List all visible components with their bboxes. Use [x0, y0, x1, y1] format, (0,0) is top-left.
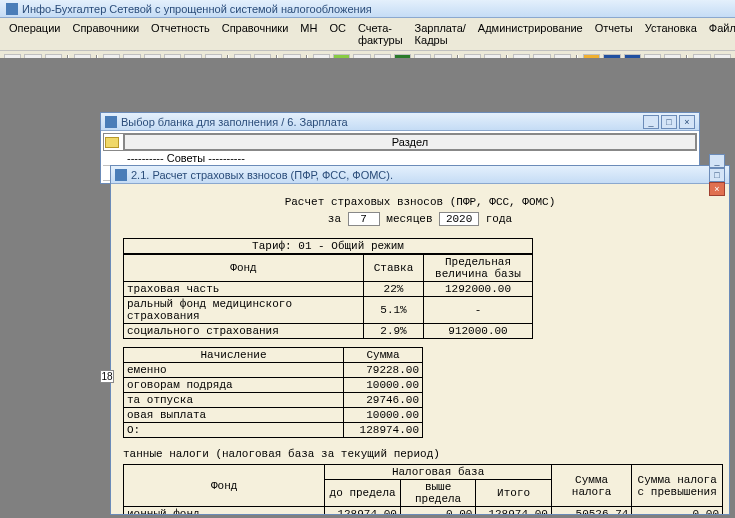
table-row: ионный фонд128974.000.00128974.0050526.7… — [124, 507, 723, 515]
th-sn: Сумма налога — [551, 465, 632, 507]
table-row: О:128974.00 — [124, 423, 423, 438]
document-body: Расчет страховых взносов (ПФР, ФСС, ФОМС… — [111, 184, 729, 514]
section-taxes-title: танные налоги (налоговая база за текущий… — [123, 448, 717, 460]
th-fund: Фонд — [124, 255, 364, 282]
window-calc-title: 2.1. Расчет страховых взносов (ПФР, ФСС,… — [131, 169, 393, 181]
th-sum: Сумма — [344, 348, 423, 363]
th-calc: Начисление — [124, 348, 344, 363]
column-header-razdel: Раздел — [124, 134, 696, 150]
window-blank-title: Выбор бланка для заполнения / 6. Зарплат… — [121, 116, 348, 128]
menu-operations[interactable]: Операции — [4, 20, 65, 48]
table-row: овая выплата10000.00 — [124, 408, 423, 423]
menu-zarplata[interactable]: Зарплата/Кадры — [410, 20, 471, 48]
th-do: до предела — [325, 480, 401, 507]
menu-os[interactable]: ОС — [324, 20, 351, 48]
th-it: Итого — [476, 480, 552, 507]
menu-scheta[interactable]: Счета-фактуры — [353, 20, 408, 48]
close-button[interactable]: × — [709, 182, 725, 196]
app-titlebar: Инфо-Бухгалтер Сетевой с упрощенной сист… — [0, 0, 735, 18]
folder-icon[interactable] — [105, 137, 119, 148]
list-row-tips[interactable]: ---------- Советы ---------- — [103, 151, 697, 166]
period-line: за месяцев года — [123, 212, 717, 226]
maximize-button[interactable]: □ — [661, 115, 677, 129]
menu-admin[interactable]: Администрирование — [473, 20, 588, 48]
month-input[interactable] — [348, 212, 380, 226]
window-blank-titlebar[interactable]: Выбор бланка для заполнения / 6. Зарплат… — [101, 113, 699, 131]
maximize-button[interactable]: □ — [709, 168, 725, 182]
mdi-workspace: Выбор бланка для заполнения / 6. Зарплат… — [0, 58, 735, 518]
th-vy: выше предела — [400, 480, 476, 507]
menubar: Операции Справочники Отчетность Справочн… — [0, 18, 735, 51]
th-limit: Предельная величина базы — [424, 255, 533, 282]
tarif-caption: Тариф: 01 - Общий режим — [123, 238, 533, 254]
tips-label: Советы — [167, 152, 205, 164]
th-snp: Сумма налога с превышения — [632, 465, 723, 507]
menu-spravochniki2[interactable]: Справочники — [217, 20, 294, 48]
app-icon — [6, 3, 18, 15]
window-calc-titlebar[interactable]: 2.1. Расчет страховых взносов (ПФР, ФСС,… — [111, 166, 729, 184]
window-icon — [115, 169, 127, 181]
window-icon — [105, 116, 117, 128]
menu-otchetnost[interactable]: Отчетность — [146, 20, 215, 48]
menu-spravochniki[interactable]: Справочники — [67, 20, 144, 48]
minimize-button[interactable]: _ — [709, 154, 725, 168]
table-row: оговорам подряда10000.00 — [124, 378, 423, 393]
table-row: ральный фонд медицинского страхования5.1… — [124, 297, 533, 324]
app-title: Инфо-Бухгалтер Сетевой с упрощенной сист… — [22, 3, 372, 15]
minimize-button[interactable]: _ — [643, 115, 659, 129]
window-calc-insurance: 2.1. Расчет страховых взносов (ПФР, ФСС,… — [110, 165, 730, 515]
taxes-table: Фонд Налоговая база Сумма налога Сумма н… — [123, 464, 723, 514]
close-button[interactable]: × — [679, 115, 695, 129]
calc-table: НачислениеСумма еменно79228.00 оговорам … — [123, 347, 423, 438]
menu-mn[interactable]: МН — [295, 20, 322, 48]
table-row: та отпуска29746.00 — [124, 393, 423, 408]
year-input[interactable] — [439, 212, 479, 226]
menu-ustanovka[interactable]: Установка — [640, 20, 702, 48]
menu-otchety[interactable]: Отчеты — [590, 20, 638, 48]
table-row: социального страхования2.9%912000.00 — [124, 324, 533, 339]
th-rate: Ставка — [364, 255, 424, 282]
table-row: еменно79228.00 — [124, 363, 423, 378]
menu-fajly[interactable]: Файлы — [704, 20, 735, 48]
table-row: траховая часть22%1292000.00 — [124, 282, 533, 297]
th-nb: Налоговая база — [325, 465, 552, 480]
doc-header: Расчет страховых взносов (ПФР, ФСС, ФОМС… — [123, 196, 717, 208]
th-fund2: Фонд — [124, 465, 325, 507]
funds-table: Фонд Ставка Предельная величина базы тра… — [123, 254, 533, 339]
row-marker-18: 18 — [100, 370, 114, 383]
